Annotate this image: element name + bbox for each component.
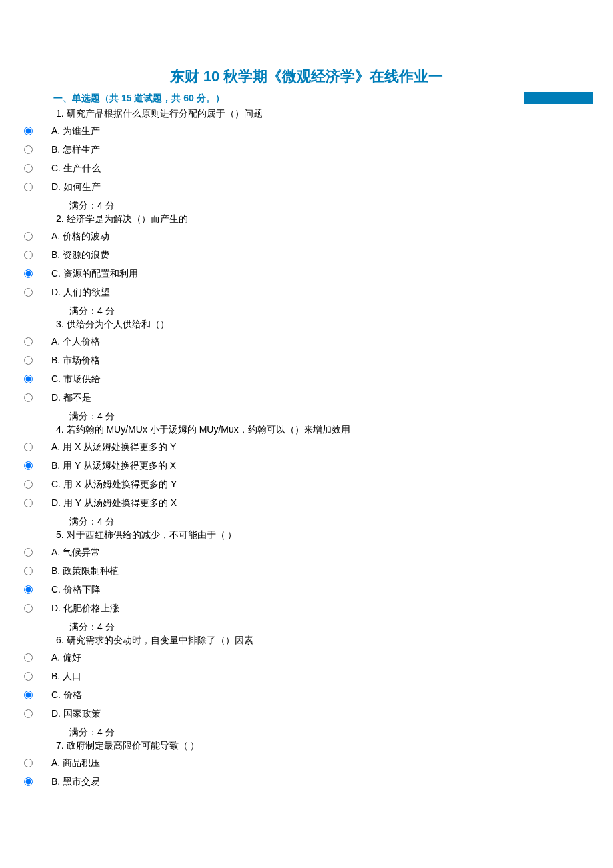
question-text: 6. 研究需求的变动时，自变量中排除了（）因素 [20,633,593,647]
option-row: B. 黑市交易 [20,775,593,788]
option-row: D. 如何生产 [20,180,593,193]
option-row: B. 用 Y 从汤姆处换得更多的 X [20,459,593,472]
option-text: D. 国家政策 [51,707,101,720]
option-text: D. 人们的欲望 [51,285,110,299]
option-text: C. 价格下降 [51,583,101,596]
option-row: C. 价格下降 [20,583,593,596]
option-text: D. 化肥价格上涨 [51,601,119,615]
score-line: 满分：4 分 [20,304,593,317]
option-radio[interactable] [24,672,33,681]
option-text: A. 用 X 从汤姆处换得更多的 Y [51,440,176,453]
option-radio[interactable] [24,777,33,786]
option-text: B. 资源的浪费 [51,248,109,261]
score-line: 满分：4 分 [20,725,593,739]
option-text: C. 用 X 从汤姆处换得更多的 Y [51,477,177,491]
option-row: D. 都不是 [20,391,593,404]
option-radio[interactable] [24,164,33,173]
option-radio[interactable] [24,337,33,346]
option-row: A. 气候异常 [20,545,593,559]
option-text: C. 资源的配置和利用 [51,267,138,280]
option-text: A. 偏好 [51,651,81,664]
option-text: C. 价格 [51,688,82,701]
option-text: D. 如何生产 [51,180,101,193]
question-text: 4. 若约翰的 MUy/MUx 小于汤姆的 MUy/Mux，约翰可以（）来增加效… [20,423,593,436]
option-radio[interactable] [24,567,33,575]
option-text: B. 政策限制种植 [51,564,119,577]
section-header: 一、单选题（共 15 道试题，共 60 分。） [20,92,593,104]
option-row: D. 用 Y 从汤姆处换得更多的 X [20,496,593,509]
option-radio[interactable] [24,691,33,699]
question-text: 1. 研究产品根据什么原则进行分配的属于（）问题 [20,107,593,120]
question-text: 3. 供给分为个人供给和（） [20,317,593,331]
option-text: A. 个人价格 [51,335,100,348]
option-row: A. 价格的波动 [20,229,593,243]
option-radio[interactable] [24,548,33,557]
option-row: B. 政策限制种植 [20,564,593,577]
option-row: A. 个人价格 [20,335,593,348]
option-radio[interactable] [24,251,33,259]
option-text: A. 气候异常 [51,545,100,559]
option-row: B. 资源的浪费 [20,248,593,261]
option-radio[interactable] [24,709,33,718]
option-row: B. 市场价格 [20,353,593,367]
option-row: C. 用 X 从汤姆处换得更多的 Y [20,477,593,491]
option-row: C. 资源的配置和利用 [20,267,593,280]
option-radio[interactable] [24,480,33,489]
option-text: B. 怎样生产 [51,143,100,156]
option-text: D. 都不是 [51,391,91,404]
option-row: C. 生产什么 [20,161,593,175]
option-row: A. 为谁生产 [20,124,593,137]
option-row: A. 偏好 [20,651,593,664]
option-radio[interactable] [24,232,33,241]
option-radio[interactable] [24,443,33,451]
option-radio[interactable] [24,585,33,594]
option-text: A. 价格的波动 [51,229,109,243]
option-text: D. 用 Y 从汤姆处换得更多的 X [51,496,177,509]
option-radio[interactable] [24,759,33,767]
option-text: B. 市场价格 [51,353,100,367]
option-radio[interactable] [24,499,33,507]
option-row: B. 怎样生产 [20,143,593,156]
score-line: 满分：4 分 [20,515,593,528]
option-radio[interactable] [24,653,33,662]
option-radio[interactable] [24,288,33,297]
option-row: C. 价格 [20,688,593,701]
option-text: C. 生产什么 [51,161,101,175]
option-radio[interactable] [24,127,33,135]
option-row: D. 化肥价格上涨 [20,601,593,615]
option-text: A. 商品积压 [51,756,100,769]
option-row: A. 用 X 从汤姆处换得更多的 Y [20,440,593,453]
option-radio[interactable] [24,356,33,365]
option-row: B. 人口 [20,669,593,683]
option-text: B. 用 Y 从汤姆处换得更多的 X [51,459,176,472]
option-text: B. 黑市交易 [51,775,100,788]
option-radio[interactable] [24,393,33,402]
option-text: B. 人口 [51,669,81,683]
option-radio[interactable] [24,183,33,191]
option-radio[interactable] [24,375,33,383]
score-line: 满分：4 分 [20,409,593,423]
option-row: A. 商品积压 [20,756,593,769]
option-radio[interactable] [24,269,33,278]
question-text: 7. 政府制定最高限价可能导致（ ） [20,739,593,752]
question-text: 5. 对于西红柿供给的减少，不可能由于（ ） [20,528,593,541]
score-line: 满分：4 分 [20,620,593,633]
questions-container: 1. 研究产品根据什么原则进行分配的属于（）问题A. 为谁生产B. 怎样生产C.… [20,107,593,788]
option-radio[interactable] [24,461,33,470]
option-row: D. 国家政策 [20,707,593,720]
page-title: 东财 10 秋学期《微观经济学》在线作业一 [20,67,593,87]
question-text: 2. 经济学是为解决（）而产生的 [20,212,593,225]
option-radio[interactable] [24,145,33,154]
option-text: A. 为谁生产 [51,124,100,137]
option-text: C. 市场供给 [51,372,101,385]
option-row: D. 人们的欲望 [20,285,593,299]
option-row: C. 市场供给 [20,372,593,385]
score-line: 满分：4 分 [20,199,593,212]
option-radio[interactable] [24,604,33,613]
